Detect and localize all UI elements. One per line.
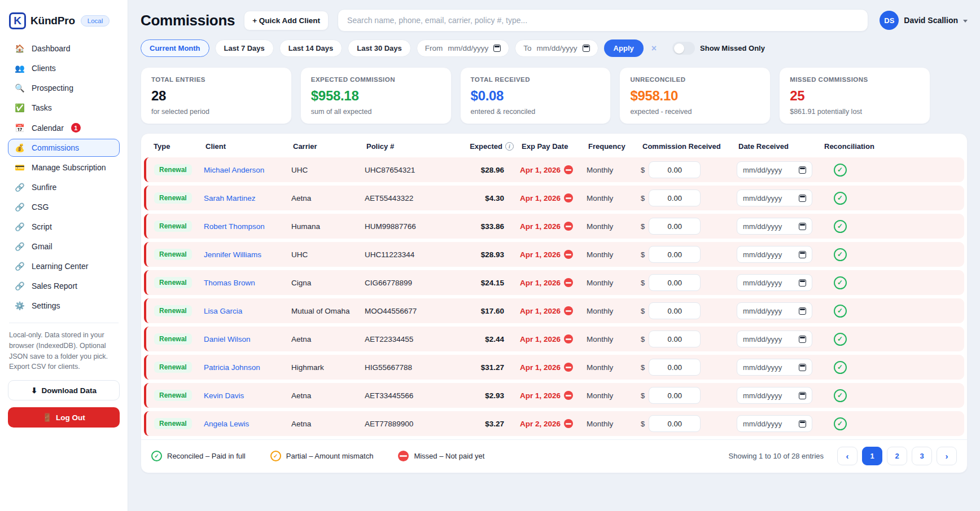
reconcile-check-button[interactable] — [834, 276, 847, 289]
clear-filter-button[interactable]: × — [649, 42, 659, 55]
date-received-input[interactable]: mm/dd/yyyy — [737, 415, 812, 432]
page-number-button[interactable]: 3 — [912, 447, 932, 465]
commission-amount-input[interactable] — [649, 190, 701, 206]
commission-amount-input[interactable] — [649, 415, 701, 432]
commission-amount-input[interactable] — [649, 274, 701, 291]
date-received-input[interactable]: mm/dd/yyyy — [737, 302, 812, 319]
reconcile-check-button[interactable] — [834, 164, 847, 177]
sidebar-item[interactable]: 🔗 Gmail — [8, 237, 120, 256]
reconcile-check-button[interactable] — [834, 361, 847, 374]
client-link[interactable]: Patricia Johnson — [204, 363, 260, 372]
commission-amount-input[interactable] — [649, 387, 701, 404]
date-preset-pill[interactable]: Last 14 Days — [279, 39, 343, 57]
client-link[interactable]: Robert Thompson — [204, 222, 265, 231]
date-received-input[interactable]: mm/dd/yyyy — [737, 387, 812, 404]
sidebar-item[interactable]: 🔗 Sunfire — [8, 178, 120, 196]
calendar-icon — [799, 223, 806, 230]
client-link[interactable]: Kevin Davis — [204, 391, 244, 400]
reconcile-check-button[interactable] — [834, 305, 847, 318]
sidebar-item[interactable]: 🔗 Script — [8, 218, 120, 236]
date-preset-pill[interactable]: Last 7 Days — [215, 39, 274, 57]
toggle-switch[interactable] — [672, 42, 695, 55]
commission-amount-input[interactable] — [649, 331, 701, 347]
date-preset-pill[interactable]: Last 30 Days — [348, 39, 411, 57]
commission-amount-input[interactable] — [649, 359, 701, 376]
sidebar-divider — [9, 323, 119, 323]
sidebar-item[interactable]: 🔍 Prospecting — [8, 79, 120, 97]
commission-amount-input[interactable] — [649, 161, 701, 178]
toggle-knob — [674, 43, 684, 54]
column-header-exp-pay-date: Exp Pay Date — [514, 142, 588, 151]
reconcile-check-button[interactable] — [834, 333, 847, 346]
sidebar-item-icon: 🏠 — [14, 44, 25, 53]
page-number-button[interactable]: 2 — [887, 447, 907, 465]
policy-cell: HIG55667788 — [365, 363, 458, 372]
date-received-input[interactable]: mm/dd/yyyy — [737, 274, 812, 291]
sidebar-item[interactable]: 🔗 Sales Report — [8, 277, 120, 295]
from-date-input[interactable]: From mm/dd/yyyy — [417, 39, 510, 57]
missed-status-icon — [564, 363, 573, 372]
exp-pay-date-value: Apr 1, 2026 — [520, 363, 561, 372]
to-date-placeholder: mm/dd/yyyy — [537, 44, 578, 52]
show-missed-only-toggle[interactable]: Show Missed Only — [672, 42, 765, 55]
policy-cell: MOO44556677 — [365, 307, 458, 315]
date-received-input[interactable]: mm/dd/yyyy — [737, 218, 812, 235]
commission-amount-input[interactable] — [649, 218, 701, 235]
client-link[interactable]: Jennifer Williams — [204, 250, 261, 259]
expected-cell: $24.15 — [458, 279, 512, 287]
client-link[interactable]: Angela Lewis — [204, 420, 249, 428]
sidebar-item[interactable]: ⚙️ Settings — [8, 297, 120, 315]
sidebar-item[interactable]: 💳 Manage Subscription — [8, 158, 120, 177]
sidebar-item[interactable]: 👥 Clients — [8, 59, 120, 77]
commission-amount-input[interactable] — [649, 246, 701, 263]
legend-item-missed: Missed – Not paid yet — [398, 451, 484, 461]
next-page-button[interactable]: › — [937, 447, 957, 465]
sidebar-item-label: CSG — [32, 202, 49, 212]
calendar-icon — [493, 45, 501, 52]
calendar-icon — [799, 364, 806, 371]
reconcile-check-button[interactable] — [834, 248, 847, 261]
date-received-input[interactable]: mm/dd/yyyy — [737, 331, 812, 347]
reconcile-check-button[interactable] — [834, 192, 847, 205]
reconciliation-cell — [823, 333, 858, 346]
summary-card: MISSED COMMISSIONS 25 $861.91 potentiall… — [779, 67, 930, 124]
sidebar-item[interactable]: 🔗 CSG — [8, 198, 120, 216]
page-number-button[interactable]: 1 — [862, 447, 882, 465]
prev-page-button[interactable]: ‹ — [837, 447, 858, 465]
sidebar-item[interactable]: 🔗 Learning Center — [8, 257, 120, 275]
date-received-input[interactable]: mm/dd/yyyy — [737, 190, 812, 206]
commission-amount-input[interactable] — [649, 302, 701, 319]
client-link[interactable]: Michael Anderson — [204, 166, 264, 174]
client-link[interactable]: Sarah Martinez — [204, 194, 256, 202]
date-received-input[interactable]: mm/dd/yyyy — [737, 161, 812, 178]
type-badge: Renewal — [154, 164, 192, 175]
client-link[interactable]: Lisa Garcia — [204, 307, 242, 315]
commission-received-cell: $ — [641, 359, 737, 376]
reconcile-check-button[interactable] — [834, 389, 847, 402]
main-content: Commissions + Quick Add Client DS David … — [128, 0, 980, 511]
type-badge: Renewal — [154, 305, 192, 316]
sidebar-item[interactable]: 📅 Calendar 1 — [8, 118, 120, 137]
sidebar-item[interactable]: ✅ Tasks — [8, 99, 120, 117]
client-link[interactable]: Thomas Brown — [204, 279, 255, 287]
client-link[interactable]: Daniel Wilson — [204, 335, 251, 343]
sidebar-item[interactable]: 🏠 Dashboard — [8, 39, 120, 58]
sidebar-item[interactable]: 💰 Commissions — [8, 139, 120, 157]
download-icon: ⬇ — [31, 386, 37, 395]
date-received-input[interactable]: mm/dd/yyyy — [737, 359, 812, 376]
download-data-button[interactable]: ⬇ Download Data — [8, 380, 120, 400]
type-badge: Renewal — [154, 418, 192, 429]
date-received-input[interactable]: mm/dd/yyyy — [737, 246, 812, 263]
search-input[interactable] — [338, 9, 868, 32]
quick-add-client-button[interactable]: + Quick Add Client — [244, 11, 329, 30]
info-icon[interactable]: i — [505, 142, 514, 151]
table-row: Renewal Thomas Brown Cigna CIG66778899 $… — [144, 270, 964, 295]
to-date-input[interactable]: To mm/dd/yyyy — [515, 39, 598, 57]
apply-filter-button[interactable]: Apply — [604, 39, 644, 57]
reconcile-check-button[interactable] — [834, 417, 847, 430]
date-preset-pill[interactable]: Current Month — [141, 39, 209, 57]
showing-entries-text: Showing 1 to 10 of 28 entries — [729, 452, 824, 460]
logout-button[interactable]: 🚪 Log Out — [8, 407, 120, 428]
reconcile-check-button[interactable] — [834, 220, 847, 233]
user-menu[interactable]: DS David Scallion — [877, 11, 968, 30]
